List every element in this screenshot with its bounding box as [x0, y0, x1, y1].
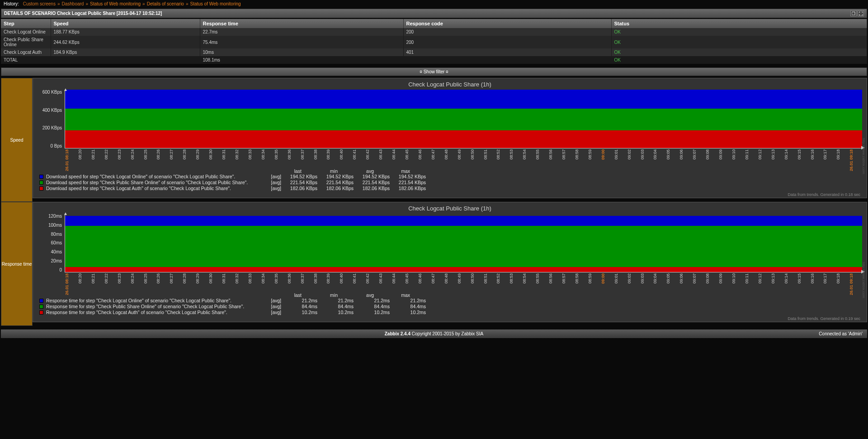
history-label: History:: [4, 1, 19, 6]
legend-row: Response time for step "Check Logcat Onl…: [39, 298, 862, 304]
chart-side-label: Response time: [1, 202, 33, 326]
steps-table: StepSpeedResponse timeResponse codeStatu…: [1, 19, 867, 64]
col-header[interactable]: Step: [1, 19, 51, 28]
col-header[interactable]: Status: [611, 19, 867, 28]
chart-plot[interactable]: ▲▶: [65, 90, 862, 148]
fullscreen-icon[interactable]: ⛶: [858, 10, 864, 16]
table-row: Check Public Share Online244.62 KBps75.4…: [1, 36, 867, 48]
page-footer: Zabbix 2.4.4 Copyright 2001-2015 by Zabb…: [1, 329, 867, 338]
scenario-title-bar: DETAILS OF SCENARIO Check Logcat Public …: [1, 9, 867, 18]
table-total-row: TOTAL108.1msOK: [1, 56, 867, 64]
history-link[interactable]: Dashboard: [62, 1, 84, 6]
history-link[interactable]: Status of Web monitoring: [90, 1, 141, 6]
history-link[interactable]: Custom screens: [23, 1, 56, 6]
history-link[interactable]: Status of Web monitoring: [190, 1, 241, 6]
table-row: Check Logcat Auth184.9 KBps10ms401OK: [1, 48, 867, 56]
footer-user: Connected as 'Admin': [819, 331, 863, 336]
chart-plot[interactable]: ▲▶: [65, 214, 862, 272]
show-filter-toggle[interactable]: ¤ Show filter ¤: [1, 67, 867, 76]
legend-swatch: [39, 181, 43, 185]
col-header[interactable]: Response time: [200, 19, 403, 28]
legend-row: Download speed for step "Check Logcat Au…: [39, 186, 862, 191]
legend-swatch: [39, 310, 43, 315]
legend-swatch: [39, 175, 43, 179]
legend-swatch: [39, 299, 43, 303]
chart-side-label: Speed: [1, 78, 33, 202]
legend-row: Download speed for step "Check Logcat On…: [39, 174, 862, 180]
footer-copyright: Copyright 2001-2015 by Zabbix SIA: [412, 331, 483, 336]
legend-swatch: [39, 305, 43, 309]
legend-row: Response time for step "Check Logcat Aut…: [39, 310, 862, 315]
chart-panel: Check Logcat Public Share (1h)600 KBps40…: [33, 78, 867, 198]
col-header[interactable]: Speed: [51, 19, 200, 28]
chart-title: Check Logcat Public Share (1h): [38, 205, 862, 212]
legend-swatch: [39, 186, 43, 191]
footer-version: Zabbix 2.4.4: [385, 331, 412, 336]
scenario-title: DETAILS OF SCENARIO Check Logcat Public …: [4, 11, 162, 16]
restore-icon[interactable]: ❐: [850, 10, 857, 16]
legend-row: Download speed for step "Check Public Sh…: [39, 180, 862, 186]
legend-row: Response time for step "Check Public Sha…: [39, 304, 862, 310]
table-row: Check Logcat Online188.77 KBps22.7ms200O…: [1, 28, 867, 36]
history-link[interactable]: Details of scenario: [147, 1, 184, 6]
col-header[interactable]: Response code: [403, 19, 611, 28]
chart-title: Check Logcat Public Share (1h): [38, 81, 862, 88]
history-breadcrumb: History: Custom screens»Dashboard»Status…: [0, 0, 868, 8]
chart-panel: Check Logcat Public Share (1h)120ms100ms…: [33, 202, 867, 322]
